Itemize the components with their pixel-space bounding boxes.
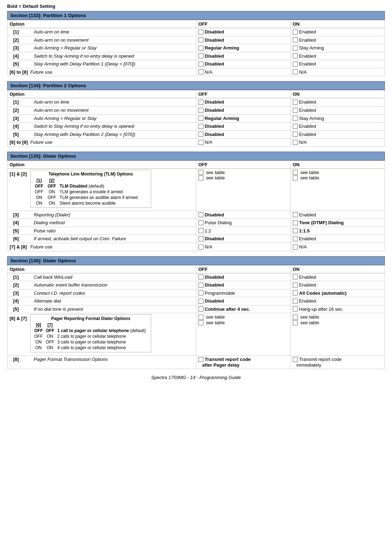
table-row: [6] to [8]Future useN/AN/A bbox=[7, 68, 385, 76]
on-value: N/A bbox=[299, 69, 307, 75]
checkbox-icon bbox=[198, 306, 203, 311]
checkbox-icon bbox=[198, 175, 203, 180]
off-cell: N/A bbox=[196, 68, 290, 76]
option-cell: [1]Auto-arm on time bbox=[7, 28, 196, 36]
checkbox-icon bbox=[198, 53, 203, 58]
checkbox-icon bbox=[198, 30, 203, 35]
option-num: [6] bbox=[13, 236, 34, 241]
on-cell: Enabled bbox=[290, 36, 385, 44]
table-row: [2]Auto-arm on no movementDisabledEnable… bbox=[7, 106, 385, 114]
on-value: Enabled bbox=[299, 99, 316, 105]
checkbox-icon bbox=[198, 283, 203, 288]
on-value: Enabled bbox=[299, 236, 316, 241]
checkbox-icon bbox=[198, 140, 203, 145]
option-label: Pager Format Transmission Options bbox=[34, 357, 108, 362]
option-label: If armed, activate bell output on Com. F… bbox=[34, 236, 126, 241]
table-row: [3]Auto Arming = Regular or StayRegular … bbox=[7, 114, 385, 122]
option-num: [6] to [8] bbox=[10, 69, 30, 75]
off-cell: Disabled bbox=[196, 273, 290, 281]
on-cell: All Codes (automatic) bbox=[290, 289, 385, 297]
checkbox-icon bbox=[198, 132, 203, 137]
off-value: Disabled bbox=[205, 61, 224, 67]
checkbox-icon bbox=[293, 245, 298, 250]
checkbox-icon bbox=[293, 108, 298, 113]
pager-desc-header bbox=[56, 322, 149, 328]
section-133-table: Option OFF ON [1]Auto-arm on timeDisable… bbox=[7, 20, 385, 76]
col-on-136: ON bbox=[290, 265, 385, 273]
option-label: Switch to Stay Arming if no entry delay … bbox=[34, 124, 134, 129]
checkbox-icon bbox=[293, 236, 298, 241]
table-row: [7] & [8]Future useN/AN/A bbox=[7, 243, 385, 251]
checkbox-icon bbox=[198, 290, 203, 295]
checkbox-icon bbox=[198, 62, 203, 67]
on-cell-pager: see table see table bbox=[290, 313, 385, 356]
option-cell: [6] to [8]Future use bbox=[7, 68, 196, 76]
checkbox-icon bbox=[293, 69, 298, 74]
off-cell: N/A bbox=[196, 138, 290, 147]
off-value-8: Transmit report code after Pager delay bbox=[198, 357, 251, 368]
option-num: [6] & [7] bbox=[10, 316, 30, 321]
on-cell: Enabled bbox=[290, 28, 385, 36]
option-cell: [3]Auto Arming = Regular or Stay bbox=[7, 44, 196, 52]
option-label: If no dial tone is present bbox=[34, 306, 83, 312]
off-value: N/A bbox=[205, 140, 213, 145]
tlm-row: OFFOFFTLM Disabled (default) bbox=[33, 183, 149, 189]
pager-desc: 2 calls to pager or cellular telephone bbox=[56, 334, 149, 339]
option-num: [2] bbox=[13, 282, 34, 288]
option-cell: [2]Auto-arm on no movement bbox=[7, 36, 196, 44]
option-label: Reporting (Dialer) bbox=[34, 212, 70, 217]
col-option-135: Option bbox=[7, 161, 196, 168]
on-cell: Stay Arming bbox=[290, 44, 385, 52]
option-label: Stay Arming with Delay Partition 2 (Dela… bbox=[34, 132, 135, 137]
section-136-table: Option OFF ON [1]Call back WinLoadDisabl… bbox=[7, 265, 385, 369]
table-row: [3]Auto Arming = Regular or StayRegular … bbox=[7, 44, 385, 52]
option-num: [1] bbox=[13, 29, 34, 35]
on-cell: Enabled bbox=[290, 130, 385, 138]
on-cell: Enabled bbox=[290, 211, 385, 219]
on-value: All Codes (automatic) bbox=[299, 290, 347, 296]
col-off-134: OFF bbox=[196, 90, 290, 98]
checkbox-icon bbox=[198, 124, 203, 129]
option-num: [4] bbox=[13, 124, 34, 129]
col-option-136: Option bbox=[7, 265, 196, 273]
pager-table: [6][7]OFFOFF1 call to pager or cellular … bbox=[33, 322, 149, 351]
table-row: [4]Switch to Stay Arming if no entry del… bbox=[7, 122, 385, 131]
option-cell: [5]Stay Arming with Delay Partition 2 (D… bbox=[7, 130, 196, 138]
option-num: [3] bbox=[13, 212, 34, 217]
table-row: [2]Auto-arm on no movementDisabledEnable… bbox=[7, 36, 385, 44]
checkbox-icon bbox=[293, 315, 298, 320]
col-off-135: OFF bbox=[196, 161, 290, 168]
on-cell: Enabled bbox=[290, 122, 385, 131]
off-value: 1:2 bbox=[205, 228, 211, 233]
off-value: Pulse Dialing bbox=[205, 220, 232, 225]
pager-row: OFFOFF1 call to pager or cellular teleph… bbox=[33, 328, 149, 334]
pager-subtitle: Pager Reporting Format Dialer Options bbox=[33, 316, 149, 321]
table-row: [1]Auto-arm on timeDisabledEnabled bbox=[7, 98, 385, 106]
on-value: Enabled bbox=[299, 274, 316, 280]
pager-row: OFFON2 calls to pager or cellular teleph… bbox=[33, 334, 149, 339]
on-cell: Stay Arming bbox=[290, 114, 385, 122]
on-cell-tlm: see table see table bbox=[290, 168, 385, 211]
table-row: [6]If armed, activate bell output on Com… bbox=[7, 235, 385, 243]
off-value: Disabled bbox=[205, 212, 224, 217]
checkbox-icon bbox=[293, 283, 298, 288]
table-row: [3]Reporting (Dialer)DisabledEnabled bbox=[7, 211, 385, 219]
option-num: [5] bbox=[13, 132, 34, 137]
checkbox-icon bbox=[293, 132, 298, 137]
tlm-desc: Silent alarms become audible bbox=[58, 200, 149, 206]
checkbox-icon bbox=[293, 320, 298, 325]
checkbox-icon bbox=[293, 53, 298, 58]
checkbox-icon bbox=[198, 236, 203, 241]
checkbox-icon bbox=[293, 62, 298, 67]
checkbox-icon bbox=[293, 170, 298, 175]
off-value: Disabled bbox=[205, 132, 224, 137]
tlm-row: OFFONTLM generates a trouble if armed bbox=[33, 189, 149, 195]
on-cell: N/A bbox=[290, 68, 385, 76]
option-cell: [2]Auto-arm on no movement bbox=[7, 106, 196, 114]
option-cell-tlm: [1] & [2]Telephone Line Monitoring (TLM)… bbox=[7, 168, 196, 211]
option-label: Auto Arming = Regular or Stay bbox=[34, 45, 96, 51]
tlm-desc: TLM generates an audible alarm if armed bbox=[58, 195, 149, 200]
option-cell: [1]Call back WinLoad bbox=[7, 273, 196, 281]
checkbox-icon bbox=[198, 220, 203, 225]
section-135-table: Option OFF ON [1] & [2]Telephone Line Mo… bbox=[7, 161, 385, 251]
